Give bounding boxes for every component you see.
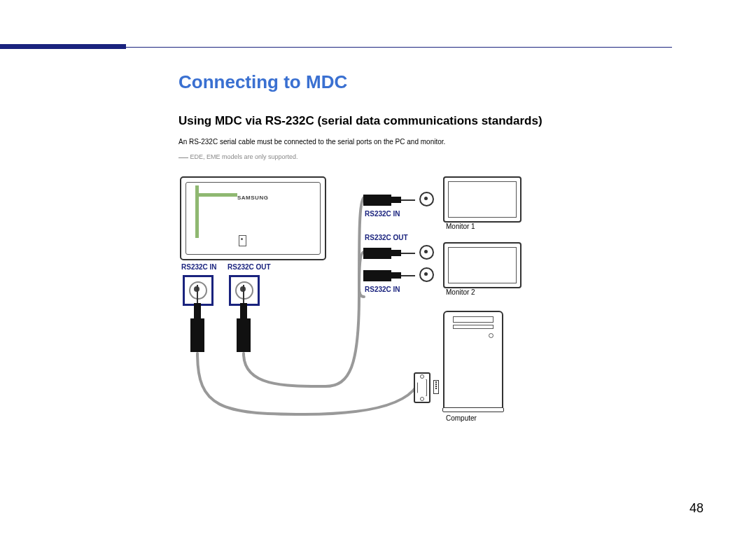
socket-monitor1-in xyxy=(419,192,434,206)
socket-monitor2-in xyxy=(419,267,434,282)
monitor1-icon xyxy=(443,176,522,223)
label-computer: Computer xyxy=(446,414,477,422)
label-rs232c-in-bot: RS232C IN xyxy=(365,286,400,293)
monitor2-icon xyxy=(443,242,522,288)
plug-monitor1-out xyxy=(363,246,415,258)
body-text: An RS-232C serial cable must be connecte… xyxy=(178,138,668,146)
computer-tower-icon xyxy=(443,311,503,412)
label-monitor2: Monitor 2 xyxy=(446,288,475,296)
label-rs232c-out-mid: RS232C OUT xyxy=(365,234,408,241)
page-title: Connecting to MDC xyxy=(178,71,668,93)
label-rs232c-in-top: RS232C IN xyxy=(365,210,400,218)
plug-monitor2-in xyxy=(363,269,415,280)
note-bullet: ― xyxy=(178,151,188,162)
db9-connector-icon xyxy=(414,372,430,403)
label-monitor1: Monitor 1 xyxy=(446,223,475,230)
connection-diagram: SAMSUNG RS232C IN RS232C OUT xyxy=(178,176,668,442)
page-number: 48 xyxy=(690,501,704,516)
supported-models-note: ― EDE, EME models are only supported. xyxy=(178,151,668,162)
header-divider xyxy=(0,47,672,48)
page-content: Connecting to MDC Using MDC via RS-232C … xyxy=(178,71,668,442)
plug-monitor1-in xyxy=(363,193,415,204)
section-heading: Using MDC via RS-232C (serial data commu… xyxy=(178,114,668,128)
pc-serial-port-icon xyxy=(433,380,439,394)
socket-monitor1-out xyxy=(419,245,434,260)
note-text: EDE, EME models are only supported. xyxy=(190,153,298,160)
